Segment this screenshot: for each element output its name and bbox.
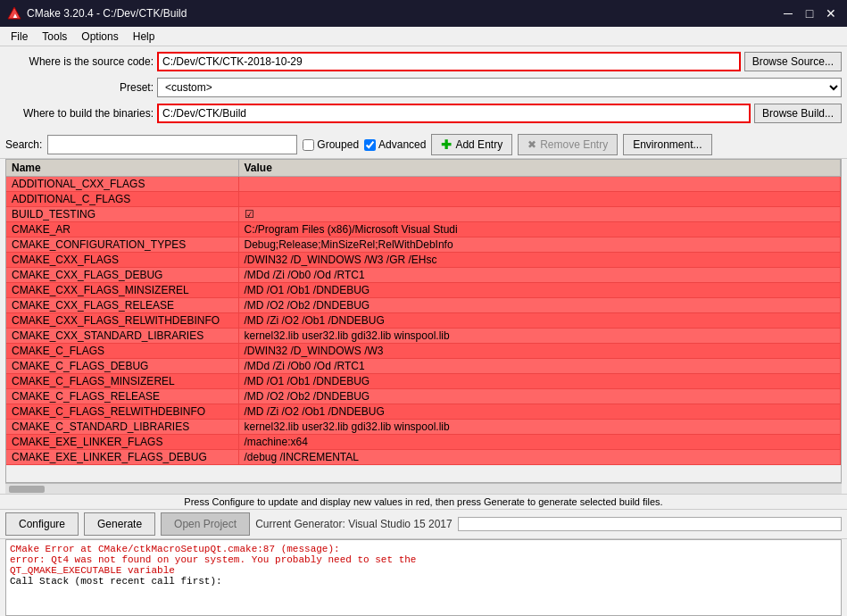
table-row[interactable]: CMAKE_EXE_LINKER_FLAGS/machine:x64	[6, 435, 841, 450]
table-cell-value	[238, 177, 841, 192]
table-cell-value: /MD /Zi /O2 /Ob1 /DNDEBUG	[238, 313, 841, 329]
remove-entry-button[interactable]: ✖ Remove Entry	[518, 134, 618, 155]
error-line: error: Qt4 was not found on your system.…	[10, 554, 837, 565]
build-input[interactable]	[157, 104, 751, 123]
table-row[interactable]: CMAKE_CXX_FLAGS_RELWITHDEBINFO/MD /Zi /O…	[6, 313, 841, 329]
generator-label: Current Generator: Visual Studio 15 2017	[255, 518, 453, 530]
table-cell-name: CMAKE_EXE_LINKER_FLAGS_DEBUG	[6, 450, 238, 465]
main-content: Where is the source code: Browse Source.…	[0, 46, 847, 616]
maximize-button[interactable]: □	[801, 4, 818, 22]
table-row[interactable]: BUILD_TESTING☑	[6, 207, 841, 222]
name-column-header: Name	[6, 160, 238, 177]
table-header: Name Value	[6, 160, 841, 177]
table-cell-value: /DWIN32 /D_WINDOWS /W3 /GR /EHsc	[238, 253, 841, 268]
table-cell-value: Debug;Release;MinSizeRel;RelWithDebInfo	[238, 237, 841, 253]
table-cell-value: kernel32.lib user32.lib gdi32.lib winspo…	[238, 329, 841, 344]
preset-row: Preset: <custom>	[5, 76, 842, 99]
table-cell-name: CMAKE_CXX_FLAGS_RELWITHDEBINFO	[6, 313, 238, 329]
environment-button[interactable]: Environment...	[623, 134, 711, 155]
plus-icon: ✚	[441, 137, 452, 152]
table-cell-value: /MD /O1 /Ob1 /DNDEBUG	[238, 374, 841, 389]
source-row: Where is the source code: Browse Source.…	[5, 50, 842, 73]
menu-tools[interactable]: Tools	[35, 29, 74, 45]
menu-options[interactable]: Options	[74, 29, 125, 45]
cmake-table-container[interactable]: Name Value ADDITIONAL_CXX_FLAGSADDITIONA…	[5, 159, 842, 483]
menu-help[interactable]: Help	[126, 29, 162, 45]
search-input[interactable]	[47, 135, 297, 154]
table-cell-name: CMAKE_CXX_FLAGS_RELEASE	[6, 298, 238, 313]
scroll-thumb	[9, 486, 45, 493]
table-row[interactable]: CMAKE_C_STANDARD_LIBRARIESkernel32.lib u…	[6, 420, 841, 435]
table-cell-name: CMAKE_EXE_LINKER_FLAGS	[6, 435, 238, 450]
table-row[interactable]: CMAKE_C_FLAGS_MINSIZEREL/MD /O1 /Ob1 /DN…	[6, 374, 841, 389]
preset-label: Preset:	[5, 81, 157, 94]
table-row[interactable]: CMAKE_CXX_FLAGS_RELEASE/MD /O2 /Ob2 /DND…	[6, 298, 841, 313]
build-row: Where to build the binaries: Browse Buil…	[5, 102, 842, 125]
cmake-table: Name Value ADDITIONAL_CXX_FLAGSADDITIONA…	[6, 160, 841, 465]
table-row[interactable]: CMAKE_CONFIGURATION_TYPESDebug;Release;M…	[6, 237, 841, 253]
table-row[interactable]: CMAKE_CXX_FLAGS/DWIN32 /D_WINDOWS /W3 /G…	[6, 253, 841, 268]
browse-source-button[interactable]: Browse Source...	[744, 52, 842, 71]
error-output-area[interactable]: CMake Error at CMake/ctkMacroSetupQt.cma…	[5, 539, 842, 616]
error-line: Call Stack (most recent call first):	[10, 576, 837, 587]
open-project-button[interactable]: Open Project	[161, 512, 250, 536]
add-entry-button[interactable]: ✚ Add Entry	[431, 134, 512, 155]
advanced-checkbox-label[interactable]: Advanced	[364, 138, 426, 151]
minimize-button[interactable]: ─	[779, 4, 797, 22]
source-input[interactable]	[157, 52, 741, 71]
table-body: ADDITIONAL_CXX_FLAGSADDITIONAL_C_FLAGSBU…	[6, 177, 841, 465]
table-cell-name: CMAKE_C_FLAGS_MINSIZEREL	[6, 374, 238, 389]
progress-bar	[458, 517, 842, 531]
table-row[interactable]: CMAKE_CXX_STANDARD_LIBRARIESkernel32.lib…	[6, 329, 841, 344]
table-row[interactable]: CMAKE_EXE_LINKER_FLAGS_DEBUG/debug /INCR…	[6, 450, 841, 465]
error-line: CMake Error at CMake/ctkMacroSetupQt.cma…	[10, 544, 837, 554]
status-message: Press Configure to update and display ne…	[184, 496, 662, 507]
add-entry-label: Add Entry	[455, 138, 502, 151]
table-cell-name: ADDITIONAL_CXX_FLAGS	[6, 177, 238, 192]
table-row[interactable]: CMAKE_C_FLAGS_RELWITHDEBINFO/MD /Zi /O2 …	[6, 404, 841, 420]
table-cell-name: CMAKE_CXX_FLAGS_DEBUG	[6, 268, 238, 283]
menu-file[interactable]: File	[4, 29, 35, 45]
table-row[interactable]: CMAKE_C_FLAGS_RELEASE/MD /O2 /Ob2 /DNDEB…	[6, 389, 841, 404]
configure-button[interactable]: Configure	[5, 512, 79, 536]
preset-select[interactable]: <custom>	[157, 78, 842, 97]
table-row[interactable]: ADDITIONAL_CXX_FLAGS	[6, 177, 841, 192]
table-cell-value: /MD /Zi /O2 /Ob1 /DNDEBUG	[238, 404, 841, 420]
bottom-toolbar: Configure Generate Open Project Current …	[0, 510, 847, 539]
table-row[interactable]: CMAKE_CXX_FLAGS_MINSIZEREL/MD /O1 /Ob1 /…	[6, 283, 841, 298]
table-cell-value: /MDd /Zi /Ob0 /Od /RTC1	[238, 359, 841, 374]
table-cell-name: CMAKE_C_STANDARD_LIBRARIES	[6, 420, 238, 435]
table-cell-name: ADDITIONAL_C_FLAGS	[6, 192, 238, 207]
table-row[interactable]: CMAKE_C_FLAGS/DWIN32 /D_WINDOWS /W3	[6, 344, 841, 359]
build-label: Where to build the binaries:	[5, 107, 157, 120]
grouped-checkbox-label[interactable]: Grouped	[303, 138, 359, 151]
status-bar: Press Configure to update and display ne…	[0, 494, 847, 510]
remove-entry-label: Remove Entry	[540, 138, 608, 151]
generate-button[interactable]: Generate	[84, 512, 155, 536]
table-cell-value: C:/Program Files (x86)/Microsoft Visual …	[238, 222, 841, 237]
table-cell-value: /debug /INCREMENTAL	[238, 450, 841, 465]
table-row[interactable]: CMAKE_C_FLAGS_DEBUG/MDd /Zi /Ob0 /Od /RT…	[6, 359, 841, 374]
table-cell-value: /machine:x64	[238, 435, 841, 450]
table-cell-name: CMAKE_CXX_FLAGS_MINSIZEREL	[6, 283, 238, 298]
table-cell-value: /MDd /Zi /Ob0 /Od /RTC1	[238, 268, 841, 283]
grouped-checkbox[interactable]	[303, 139, 314, 151]
table-cell-name: CMAKE_AR	[6, 222, 238, 237]
source-label: Where is the source code:	[5, 55, 157, 68]
table-cell-value: /MD /O1 /Ob1 /DNDEBUG	[238, 283, 841, 298]
table-cell-value	[238, 192, 841, 207]
error-line: QT_QMAKE_EXECUTABLE variable	[10, 565, 837, 576]
table-row[interactable]: CMAKE_CXX_FLAGS_DEBUG/MDd /Zi /Ob0 /Od /…	[6, 268, 841, 283]
title-bar-controls: ─ □ ✕	[779, 4, 840, 22]
value-column-header: Value	[238, 160, 841, 177]
browse-build-button[interactable]: Browse Build...	[754, 104, 842, 123]
close-button[interactable]: ✕	[822, 4, 840, 22]
advanced-checkbox[interactable]	[364, 139, 376, 151]
table-row[interactable]: CMAKE_ARC:/Program Files (x86)/Microsoft…	[6, 222, 841, 237]
title-bar: ▲ CMake 3.20.4 - C:/Dev/CTK/Build ─ □ ✕	[0, 0, 847, 27]
table-cell-name: CMAKE_CXX_STANDARD_LIBRARIES	[6, 329, 238, 344]
header-row: Name Value	[6, 160, 841, 177]
table-cell-name: BUILD_TESTING	[6, 207, 238, 222]
horizontal-scrollbar[interactable]	[5, 483, 842, 494]
table-row[interactable]: ADDITIONAL_C_FLAGS	[6, 192, 841, 207]
